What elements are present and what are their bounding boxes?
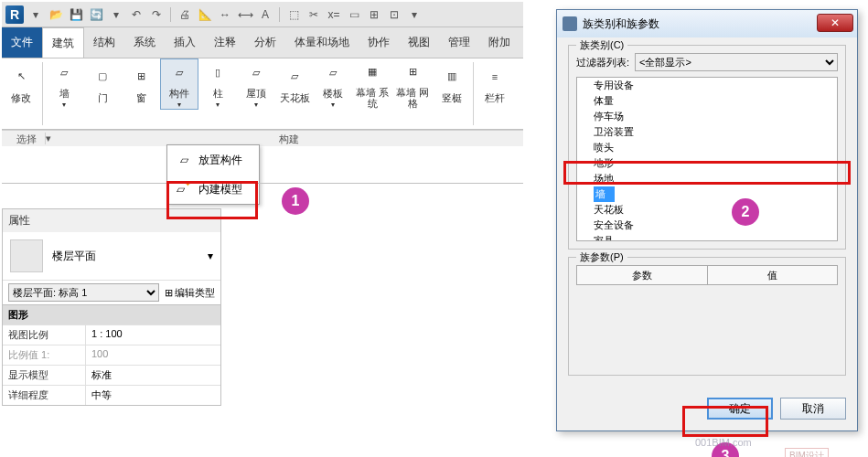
list-item[interactable]: 卫浴装置 <box>577 124 837 140</box>
curtain-grid-icon: ⊞ <box>400 59 425 85</box>
list-item-selected[interactable]: 墙 <box>594 186 615 202</box>
horizontal-separator <box>2 183 523 184</box>
list-item[interactable]: 专用设备 <box>577 78 837 93</box>
graphics-section-header[interactable]: 图形 <box>3 305 220 324</box>
print-icon[interactable]: 🖨 <box>177 6 193 23</box>
cancel-button[interactable]: 取消 <box>780 398 846 420</box>
qat-dropdown-icon[interactable]: ▾ <box>27 6 44 23</box>
edit-type-icon: ⊞ <box>165 287 173 299</box>
curtain-system-icon: ▦ <box>359 59 385 85</box>
ribbon-column[interactable]: ▯柱▾ <box>198 58 237 110</box>
door-icon: ▢ <box>90 64 115 90</box>
qat-caret-icon[interactable]: ▾ <box>108 6 124 23</box>
tab-annotate[interactable]: 注释 <box>205 27 245 58</box>
wall-icon: ▱ <box>51 59 77 85</box>
ribbon-curtain-system[interactable]: ▦幕墙 系统 <box>352 58 392 110</box>
highlight-box-3 <box>682 406 768 437</box>
ribbon-wall[interactable]: ▱墙▾ <box>45 58 83 110</box>
roof-icon: ▱ <box>243 59 269 85</box>
move-icon[interactable]: ↔ <box>217 6 233 23</box>
chevron-down-icon[interactable]: ▾ <box>208 250 213 262</box>
mullion-icon: ▥ <box>439 64 465 90</box>
filter-row: 过滤器列表: <全部显示> <box>576 53 838 71</box>
measure-icon[interactable]: 📐 <box>197 6 213 23</box>
ribbon-component[interactable]: ▱构件▾ <box>160 58 198 110</box>
category-listbox[interactable]: 专用设备 体量 停车场 卫浴装置 喷头 地形 场地 墙 天花板 安全设备 家具 … <box>576 77 838 241</box>
chevron-down-icon: ▾ <box>62 101 66 109</box>
callout-badge-2: 2 <box>732 198 759 226</box>
tab-manage[interactable]: 管理 <box>439 27 479 58</box>
text-icon[interactable]: A <box>257 6 273 23</box>
ribbon-group-select: 选择 <box>7 133 46 144</box>
list-item[interactable]: 天花板 <box>577 202 837 218</box>
redo-icon[interactable]: ↷ <box>148 6 165 23</box>
group-label-params: 族参数(P) <box>576 250 627 264</box>
tab-architecture[interactable]: 建筑 <box>42 27 84 58</box>
list-item[interactable]: 家具 <box>577 233 837 241</box>
watermark: 001BIM.com <box>695 437 752 448</box>
prop-row-view-scale[interactable]: 视图比例1 : 100 <box>3 324 220 345</box>
edit-type-button[interactable]: ⊞ 编辑类型 <box>165 286 215 300</box>
close-button[interactable]: ✕ <box>817 14 853 32</box>
ribbon-label: 修改 <box>11 91 31 105</box>
ribbon: ↖ 修改 ▱墙▾ ▢门 ⊞窗 ▱构件▾ ▯柱▾ ▱屋顶▾ ▱天花板 ▱楼板▾ ▦… <box>2 58 523 130</box>
ribbon-railing[interactable]: ≡栏杆 <box>476 58 514 110</box>
list-item[interactable]: 停车场 <box>577 109 837 124</box>
ribbon-mullion[interactable]: ▥竖梃 <box>433 58 471 110</box>
ribbon-roof[interactable]: ▱屋顶▾ <box>237 58 275 110</box>
column-icon: ▯ <box>205 59 230 85</box>
tab-structure[interactable]: 结构 <box>84 27 124 58</box>
ribbon-group-build: 构建 <box>271 133 307 144</box>
floor-icon: ▱ <box>320 59 346 85</box>
tab-insert[interactable]: 插入 <box>165 27 205 58</box>
prop-row-display-model[interactable]: 显示模型标准 <box>3 365 220 385</box>
dialog-titlebar[interactable]: 族类别和族参数 ✕ <box>557 10 857 37</box>
tab-analyze[interactable]: 分析 <box>245 27 285 58</box>
section-icon[interactable]: ▭ <box>346 6 362 23</box>
align-icon[interactable]: ⊞ <box>366 6 382 23</box>
family-parameters-group: 族参数(P) 参数 值 <box>568 257 846 376</box>
ribbon-group-caret-icon[interactable]: ▾ <box>46 133 60 144</box>
tab-systems[interactable]: 系统 <box>124 27 165 58</box>
menubar: 文件 建筑 结构 系统 插入 注释 分析 体量和场地 协作 视图 管理 附加 <box>2 27 523 58</box>
list-item[interactable]: 喷头 <box>577 140 837 155</box>
more-icon[interactable]: ▾ <box>406 6 423 23</box>
save-icon[interactable]: 💾 <box>68 6 84 23</box>
tab-collaborate[interactable]: 协作 <box>359 27 399 58</box>
dialog-title: 族类别和族参数 <box>583 16 659 32</box>
cube3d-icon[interactable]: ⬚ <box>285 6 302 23</box>
ribbon-ceiling[interactable]: ▱天花板 <box>275 58 314 110</box>
folder-open-icon[interactable]: 📂 <box>48 6 64 23</box>
sync-icon[interactable]: 🔄 <box>88 6 104 23</box>
ribbon-modify[interactable]: ↖ 修改 <box>2 58 40 110</box>
filter-select[interactable]: <全部显示> <box>635 53 838 71</box>
snap-icon[interactable]: ⊡ <box>386 6 402 23</box>
cursor-icon: ↖ <box>8 64 34 90</box>
var-icon[interactable]: x= <box>326 6 342 23</box>
chevron-down-icon: ▾ <box>177 101 181 109</box>
place-component-icon: ▱ <box>175 151 193 169</box>
prop-row-detail-level[interactable]: 详细程度中等 <box>3 385 220 405</box>
family-category-group: 族类别(C) 过滤器列表: <全部显示> 专用设备 体量 停车场 卫浴装置 喷头… <box>568 45 846 250</box>
tab-file[interactable]: 文件 <box>2 27 42 58</box>
undo-icon[interactable]: ↶ <box>128 6 145 23</box>
tab-view[interactable]: 视图 <box>399 27 439 58</box>
place-component-item[interactable]: ▱ 放置构件 <box>167 145 259 175</box>
list-item[interactable]: 安全设备 <box>577 218 837 233</box>
dimension-icon[interactable]: ⟷ <box>237 6 253 23</box>
tab-massing-site[interactable]: 体量和场地 <box>285 27 359 58</box>
tab-addins[interactable]: 附加 <box>479 27 520 58</box>
parameter-table: 参数 值 <box>576 265 838 285</box>
ribbon-floor[interactable]: ▱楼板▾ <box>314 58 352 110</box>
type-selector[interactable]: 楼层平面 ▾ <box>3 232 220 280</box>
ribbon-door[interactable]: ▢门 <box>83 58 122 110</box>
list-item[interactable]: 体量 <box>577 93 837 109</box>
instance-select[interactable]: 楼层平面: 标高 1 <box>8 283 159 302</box>
railing-icon: ≡ <box>482 64 508 90</box>
instance-selector-row: 楼层平面: 标高 1 ⊞ 编辑类型 <box>3 280 220 304</box>
properties-grid: 图形 视图比例1 : 100 比例值 1:100 显示模型标准 详细程度中等 <box>3 304 220 405</box>
cut-icon[interactable]: ✂ <box>305 6 322 23</box>
ribbon-window[interactable]: ⊞窗 <box>122 58 160 110</box>
ribbon-separator <box>42 62 43 125</box>
ribbon-curtain-grid[interactable]: ⊞幕墙 网格 <box>392 58 433 110</box>
